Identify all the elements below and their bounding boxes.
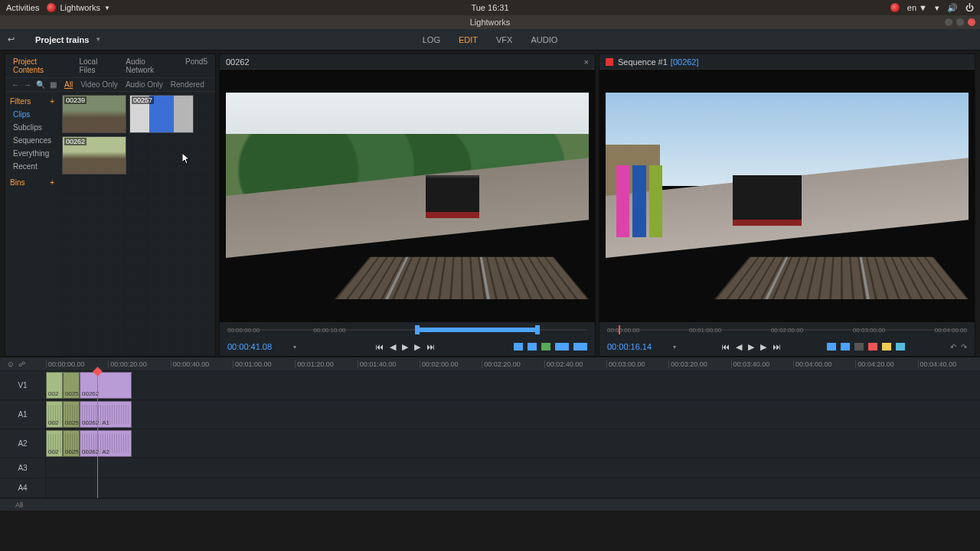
- tab-pond5[interactable]: Pond5: [185, 57, 207, 74]
- redo-button[interactable]: ↷: [961, 343, 967, 351]
- tab-project-contents[interactable]: Project Contents: [13, 57, 68, 74]
- volume-icon[interactable]: 🔊: [947, 3, 958, 13]
- filters-header: Filters: [10, 95, 31, 108]
- all-tracks-label[interactable]: All: [15, 501, 23, 509]
- window-title-bar: Lightworks: [0, 15, 980, 29]
- track-label[interactable]: A4: [0, 478, 46, 497]
- mic-button[interactable]: [896, 343, 905, 350]
- clip-thumb[interactable]: 00262: [62, 136, 126, 174]
- step-fwd-button[interactable]: ▶: [414, 342, 420, 352]
- tab-local-files[interactable]: Local Files: [79, 57, 115, 74]
- step-fwd-button[interactable]: ▶: [760, 342, 766, 352]
- network-icon[interactable]: ▾: [935, 3, 939, 13]
- filter-rendered[interactable]: Rendered: [171, 80, 204, 89]
- playhead[interactable]: [97, 371, 98, 498]
- record-viewport[interactable]: [599, 70, 975, 322]
- filter-video-only[interactable]: Video Only: [80, 80, 118, 89]
- activities-button[interactable]: Activities: [6, 3, 39, 12]
- mark-in-button[interactable]: [514, 343, 523, 350]
- track-label[interactable]: A2: [0, 429, 46, 458]
- timeline-clip[interactable]: 0025: [63, 401, 80, 428]
- close-icon[interactable]: ×: [584, 57, 589, 67]
- snap-icon[interactable]: ⊙: [8, 360, 14, 368]
- bins-add-icon[interactable]: +: [50, 176, 54, 189]
- nav-back-icon[interactable]: ←: [11, 80, 19, 89]
- track-label[interactable]: A3: [0, 458, 46, 478]
- clear-marks-button[interactable]: [541, 343, 550, 350]
- sidebar-item-subclips[interactable]: Subclips: [10, 121, 54, 134]
- power-icon[interactable]: ⏻: [965, 3, 974, 12]
- overwrite-button[interactable]: [573, 343, 587, 350]
- clip-thumb[interactable]: 00239: [62, 95, 126, 133]
- goto-start-button[interactable]: ⏮: [721, 342, 730, 351]
- clip-thumb[interactable]: 00257: [129, 95, 194, 133]
- goto-end-button[interactable]: ⏭: [773, 342, 781, 351]
- goto-end-button[interactable]: ⏭: [426, 342, 435, 351]
- sidebar-item-recent[interactable]: Recent: [10, 160, 54, 173]
- mark-out-button[interactable]: [528, 343, 537, 350]
- clip-thumb-label: 00257: [132, 96, 154, 104]
- tc-menu-caret[interactable]: ▾: [673, 344, 676, 350]
- close-window-button[interactable]: [968, 18, 975, 26]
- step-back-button[interactable]: ◀: [390, 342, 396, 352]
- track-label[interactable]: A1: [0, 400, 46, 429]
- filters-add-icon[interactable]: +: [50, 95, 54, 108]
- project-name[interactable]: Project trains: [35, 35, 89, 44]
- mode-log[interactable]: LOG: [423, 35, 440, 44]
- timeline-clip[interactable]: 002: [46, 401, 63, 428]
- mode-edit[interactable]: EDIT: [459, 35, 478, 44]
- undo-button[interactable]: ↶: [950, 343, 956, 351]
- filter-all[interactable]: All: [64, 80, 73, 89]
- timeline-clip[interactable]: 00262. A1: [80, 401, 132, 428]
- timeline-clip[interactable]: 0025: [63, 372, 80, 399]
- mark-out-button[interactable]: [841, 343, 850, 350]
- link-icon[interactable]: ☍: [18, 360, 25, 368]
- back-icon[interactable]: ↩: [8, 34, 21, 44]
- sidebar-item-sequences[interactable]: Sequences: [10, 134, 54, 147]
- record-scrub-bar[interactable]: 00:00:00.00 00:01:00.00 00:02:00.00 00:0…: [599, 322, 975, 337]
- timeline-clip[interactable]: 00262: [80, 372, 132, 399]
- track-label[interactable]: V1: [0, 371, 46, 399]
- ruler-mark: 00:01:00.00: [233, 360, 295, 368]
- search-icon[interactable]: 🔍: [36, 80, 45, 89]
- browser-tabs: Project Contents Local Files Audio Netwo…: [5, 54, 215, 78]
- tile-view-icon[interactable]: ▦: [50, 80, 57, 89]
- mark-in-button[interactable]: [827, 343, 836, 350]
- source-viewport[interactable]: [220, 70, 595, 322]
- project-menu-caret[interactable]: ▼: [95, 36, 101, 43]
- sidebar-item-everything[interactable]: Everything: [10, 147, 54, 160]
- insert-button[interactable]: [555, 343, 569, 350]
- app-indicator[interactable]: Lightworks ▼: [47, 3, 110, 12]
- source-scrub-bar[interactable]: 00:00:00.00 00:00:10.00: [220, 322, 595, 337]
- tab-audio-network[interactable]: Audio Network: [126, 57, 175, 74]
- tc-menu-caret[interactable]: ▾: [293, 344, 296, 350]
- nav-fwd-icon[interactable]: →: [24, 80, 31, 89]
- maximize-button[interactable]: [956, 18, 964, 26]
- timeline-clip[interactable]: 002: [46, 372, 63, 399]
- minimize-button[interactable]: [945, 18, 952, 26]
- sidebar-item-clips[interactable]: Clips: [10, 108, 54, 121]
- mode-vfx[interactable]: VFX: [496, 35, 512, 44]
- timeline-clip[interactable]: 00262. A2: [80, 430, 132, 457]
- app-menu-label: Lightworks: [60, 3, 100, 12]
- ruler-mark: 00:00:40.00: [171, 360, 233, 368]
- record-indicator-icon[interactable]: [890, 3, 900, 12]
- scrub-tc: 00:01:00.00: [689, 327, 771, 334]
- step-back-button[interactable]: ◀: [736, 342, 742, 352]
- os-top-bar: Activities Lightworks ▼ Tue 16:31 en ▼ ▾…: [0, 0, 980, 15]
- language-indicator[interactable]: en ▼: [907, 3, 927, 12]
- timeline-ruler[interactable]: 00:00:00.00 00:00:20.00 00:00:40.00 00:0…: [46, 360, 980, 368]
- mode-audio[interactable]: AUDIO: [531, 35, 557, 44]
- timeline-clip[interactable]: 0025: [63, 430, 80, 457]
- clock[interactable]: Tue 16:31: [471, 3, 508, 12]
- filter-audio-only[interactable]: Audio Only: [126, 80, 163, 89]
- play-button[interactable]: ▶: [748, 342, 754, 352]
- play-button[interactable]: ▶: [402, 342, 408, 352]
- timeline-body[interactable]: V1 002 0025 00262 A1 002 0025 00262. A1 …: [0, 371, 980, 498]
- delete-button[interactable]: [868, 343, 877, 350]
- remove-button[interactable]: [854, 343, 864, 350]
- goto-start-button[interactable]: ⏮: [375, 342, 384, 351]
- replace-button[interactable]: [882, 343, 891, 350]
- project-bar: ↩ Project trains ▼ LOG EDIT VFX AUDIO: [0, 29, 980, 51]
- timeline-clip[interactable]: 002: [46, 430, 63, 457]
